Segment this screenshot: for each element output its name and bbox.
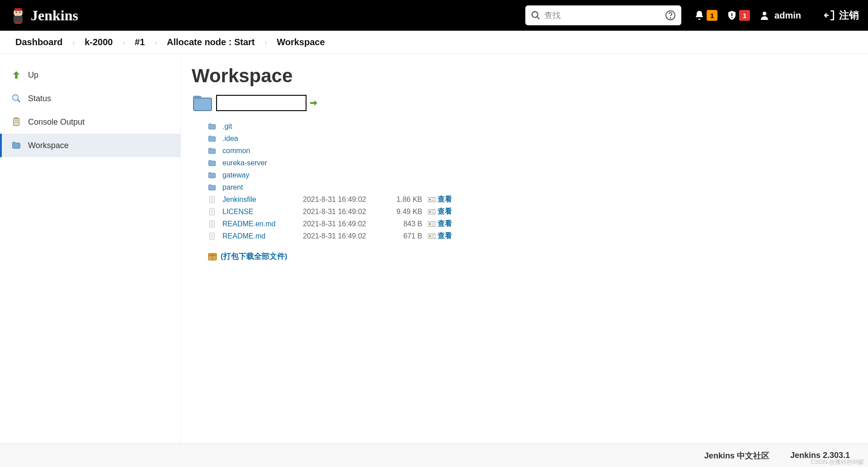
folder-icon	[208, 135, 216, 142]
file-name-link[interactable]: .git	[222, 122, 299, 131]
header-actions: 1 1 admin 注销	[694, 9, 859, 22]
clipboard-icon	[11, 117, 22, 127]
card-icon	[428, 221, 436, 227]
svg-rect-39	[428, 222, 436, 226]
notifications-count: 1	[707, 10, 717, 21]
breadcrumb: Dashboard › k-2000 › #1 › Allocate node …	[0, 31, 868, 54]
sidebar-item-up[interactable]: Up	[0, 63, 180, 87]
file-name-link[interactable]: Jenkinsfile	[222, 196, 299, 204]
search-icon	[531, 10, 541, 20]
file-view-link[interactable]: 查看	[428, 219, 857, 229]
chevron-right-icon: ›	[265, 39, 267, 46]
folder-row: eureka-server	[208, 157, 857, 169]
body: Up Status Console Output Workspace Works…	[0, 54, 868, 444]
crumb-node[interactable]: Allocate node : Start	[167, 37, 255, 47]
file-name-link[interactable]: LICENSE	[222, 208, 299, 216]
file-name-link[interactable]: gateway	[222, 171, 299, 179]
file-date: 2021-8-31 16:49:02	[303, 232, 380, 240]
file-row: README.md2021-8-31 16:49:02671 B查看	[208, 230, 857, 242]
svg-rect-1	[14, 16, 23, 23]
file-name-link[interactable]: parent	[222, 183, 299, 191]
person-icon	[759, 10, 770, 21]
file-view-link[interactable]: 查看	[428, 207, 857, 216]
file-date: 2021-8-31 16:49:02	[303, 196, 380, 204]
file-name-link[interactable]: .idea	[222, 135, 299, 143]
alerts-count: 1	[739, 10, 750, 21]
svg-rect-14	[14, 118, 19, 126]
search-input[interactable]	[544, 11, 661, 20]
folder-icon	[208, 147, 216, 154]
svg-rect-31	[428, 210, 436, 214]
file-row: LICENSE2021-8-31 16:49:029.49 KB查看	[208, 205, 857, 218]
svg-point-4	[19, 12, 21, 13]
logout-icon	[824, 9, 835, 21]
svg-point-5	[532, 12, 538, 18]
file-name-link[interactable]: eureka-server	[222, 159, 299, 167]
footer: Jenkins 中文社区 Jenkins 2.303.1 CSDN @搬砖的码蚁	[0, 444, 868, 467]
page-title: Workspace	[192, 65, 857, 87]
file-icon	[208, 208, 216, 215]
top-header: Jenkins 1 1 admin	[0, 0, 868, 31]
svg-rect-47	[428, 234, 436, 238]
logout-button[interactable]: 注销	[824, 9, 859, 22]
file-view-link[interactable]: 查看	[428, 195, 857, 204]
file-name-link[interactable]: README.en.md	[222, 220, 299, 228]
svg-rect-10	[731, 17, 732, 18]
folder-row: gateway	[208, 169, 857, 181]
file-row: Jenkinsfile2021-8-31 16:49:021.86 KB查看	[208, 193, 857, 205]
svg-point-8	[670, 18, 671, 19]
notifications-button[interactable]: 1	[694, 10, 717, 21]
crumb-workspace[interactable]: Workspace	[277, 37, 325, 47]
crumb-job[interactable]: k-2000	[85, 37, 113, 47]
folder-row: .idea	[208, 132, 857, 145]
crumb-dashboard[interactable]: Dashboard	[15, 37, 62, 47]
magnifier-icon	[11, 93, 22, 104]
file-date: 2021-8-31 16:49:02	[303, 220, 380, 228]
sidebar-item-console[interactable]: Console Output	[0, 110, 180, 134]
bell-icon	[694, 10, 705, 21]
folder-icon	[208, 123, 216, 130]
workspace-path-input[interactable]	[216, 95, 307, 111]
file-name-link[interactable]: README.md	[222, 232, 299, 240]
folder-row: common	[208, 145, 857, 157]
svg-point-40	[429, 223, 431, 225]
chevron-right-icon: ›	[155, 39, 157, 46]
svg-point-12	[13, 95, 19, 101]
search-box[interactable]	[525, 5, 681, 25]
go-arrow-icon[interactable]	[309, 98, 318, 107]
sidebar: Up Status Console Output Workspace	[0, 54, 181, 444]
sidebar-item-status[interactable]: Status	[0, 87, 180, 110]
package-icon	[208, 252, 217, 261]
file-icon	[208, 196, 216, 203]
workspace-path-row	[192, 93, 857, 113]
svg-line-6	[537, 17, 540, 19]
file-view-link[interactable]: 查看	[428, 231, 857, 241]
username: admin	[774, 10, 801, 21]
svg-rect-23	[428, 197, 436, 202]
file-size: 671 B	[383, 232, 424, 240]
crumb-build[interactable]: #1	[135, 37, 145, 47]
logo[interactable]: Jenkins	[9, 6, 78, 25]
svg-point-11	[763, 12, 766, 15]
file-name-link[interactable]: common	[222, 147, 299, 155]
svg-point-48	[429, 235, 431, 237]
file-size: 1.86 KB	[383, 196, 424, 204]
download-all-link[interactable]: (打包下载全部文件)	[208, 251, 857, 262]
footer-community-link[interactable]: Jenkins 中文社区	[704, 450, 769, 461]
folder-row: parent	[208, 181, 857, 193]
sidebar-item-label: Status	[28, 94, 51, 103]
alerts-button[interactable]: 1	[726, 10, 750, 21]
sidebar-item-workspace[interactable]: Workspace	[0, 134, 180, 157]
folder-icon	[11, 140, 22, 151]
svg-rect-18	[193, 96, 202, 99]
user-menu[interactable]: admin	[759, 10, 801, 21]
card-icon	[428, 196, 436, 203]
main-content: Workspace .git.ideacommoneureka-serverga…	[181, 54, 868, 444]
svg-rect-9	[731, 13, 732, 16]
help-icon[interactable]	[665, 10, 676, 21]
arrow-up-icon	[11, 70, 22, 80]
card-icon	[428, 209, 436, 215]
chevron-right-icon: ›	[72, 39, 75, 46]
card-icon	[428, 233, 436, 239]
svg-rect-15	[14, 117, 18, 119]
